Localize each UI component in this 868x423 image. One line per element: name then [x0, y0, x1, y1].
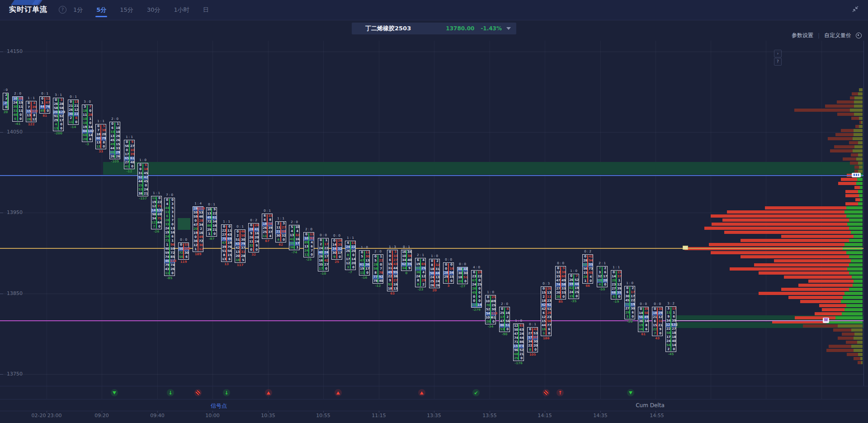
signal-marker-buy[interactable]: ↑	[557, 389, 564, 396]
price-axis-label: 14050	[7, 129, 23, 135]
footprint-candle[interactable]: 02510169702552305411910061280	[485, 295, 496, 324]
tab-1min[interactable]: 1分	[72, 0, 84, 19]
triangle-up-icon	[420, 391, 424, 394]
footprint-candle[interactable]: 04625051304379423713312028185	[235, 229, 245, 263]
footprint-candle[interactable]: 27250	[3, 93, 9, 110]
footprint-candle[interactable]: 0121674476490	[39, 96, 50, 114]
ask-volume: 44	[393, 266, 398, 271]
footprint-candle[interactable]: 03010627154331444995223892793161813	[387, 250, 398, 291]
footprint-candle[interactable]: 015143720123122739683560	[611, 270, 622, 299]
footprint-candle[interactable]: 106924153011311146060	[12, 96, 23, 122]
top-bar: 实时订单流 ? 1分 5分 15分 30分 1小时 日	[0, 0, 868, 20]
signal-point-label[interactable]: 信号点	[211, 402, 227, 410]
candle-header: 1 : 0	[431, 254, 438, 258]
footprint-candle[interactable]: 000162834291550	[443, 262, 454, 284]
ask-volume: 11	[227, 229, 232, 233]
footprint-candle[interactable]: 01923226702425260450000017414	[471, 270, 482, 308]
footprint-candle[interactable]: 055502067230566	[178, 242, 189, 260]
ask-volume: 0	[449, 263, 454, 267]
footprint-candle[interactable]: 0131092894136247110	[303, 232, 314, 257]
footprint-candle[interactable]: 0201513211182342924251629122315564477166…	[541, 286, 552, 336]
ask-volume: 12	[198, 247, 203, 252]
signal-marker-sell[interactable]: ↓	[167, 389, 174, 396]
footprint-candle[interactable]: 016103310132645264915443369292626	[109, 122, 120, 159]
footprint-candle[interactable]: 043275317673430222080	[527, 327, 538, 352]
help-icon[interactable]: ?	[59, 6, 66, 14]
tab-1hour[interactable]: 1小时	[173, 0, 190, 19]
footprint-candle[interactable]: 6419656325364241282982	[415, 258, 426, 287]
footprint-candle[interactable]: 3131119634391271322227581817182440541420	[665, 306, 676, 352]
ask-volume: 0	[505, 328, 510, 332]
signal-marker-buy[interactable]	[418, 389, 425, 396]
footprint-candle[interactable]: 61568185626392537114	[262, 214, 273, 239]
settings-button[interactable]: 参数设置	[792, 32, 813, 39]
footprint-candle[interactable]: 3718011281011001934841426014206	[82, 105, 93, 142]
footprint-candle[interactable]: 2311272168303240	[275, 221, 286, 242]
footprint-candle[interactable]: 03262858582031299152291740130	[53, 98, 64, 131]
signal-marker-sell[interactable]: ↓	[223, 389, 230, 396]
footprint-candle[interactable]: 072652594862192425150	[568, 274, 579, 299]
footprint-candle[interactable]: 41124222620801714122030	[345, 241, 356, 270]
signal-marker-buy[interactable]	[542, 389, 550, 396]
footprint-candle[interactable]: 03018292112631152122970	[652, 307, 663, 336]
footprint-candle[interactable]: 51044133241165517361	[289, 225, 300, 250]
footprint-candle[interactable]: 0573818206079138130	[95, 124, 106, 149]
footprint-candle[interactable]: 02814353432301790	[331, 238, 342, 260]
footprint-candle[interactable]: 095627010173965612748410	[124, 140, 135, 169]
profile-bar-sell	[843, 157, 856, 161]
collapse-arrows-icon[interactable]	[852, 5, 859, 13]
custom-volume-price-button[interactable]: 自定义量价	[824, 32, 851, 39]
profile-bar-sell	[837, 100, 854, 104]
instrument-selector[interactable]: 丁二烯橡胶2503 13780.00 -1.43%	[352, 23, 516, 34]
profile-bar-buy	[846, 206, 863, 209]
profile-bar-buy	[858, 153, 863, 157]
footprint-candle[interactable]: 039145656493634198166	[638, 307, 649, 332]
candle-direction-line	[73, 100, 74, 124]
footprint-candle[interactable]: 011530471361361917110	[359, 250, 370, 276]
footprint-candle[interactable]: 72363217582040	[597, 266, 608, 287]
ask-volume: 17	[603, 275, 608, 279]
footprint-candle[interactable]: 0121724224024261716423527170	[318, 238, 329, 271]
footprint-candle[interactable]: 00221127437569471939765156815136	[221, 224, 232, 262]
signal-marker-buy[interactable]	[194, 389, 202, 396]
footprint-candle[interactable]: 09123815604749745827332033200	[555, 266, 566, 299]
plot-right-border	[863, 41, 864, 386]
footprint-candle[interactable]: 2812859535946028473420219160493672123011…	[193, 206, 203, 252]
footprint-candle[interactable]: 02828419162620112432900	[248, 223, 259, 252]
footprint-candle[interactable]: 04251617247568651530	[499, 307, 510, 332]
footprint-candle[interactable]: 126350634724744471861597396526821250	[513, 323, 524, 361]
ask-volume: 51	[547, 307, 552, 311]
footprint-candle[interactable]: 11019221271142136986934751224470	[151, 196, 162, 229]
footprint-candle[interactable]: 0283218315044241325242626	[429, 259, 440, 288]
footprint-candle[interactable]: 1634103834406235349	[401, 250, 412, 271]
tab-30min[interactable]: 30分	[146, 0, 161, 19]
ask-volume: 7	[88, 105, 93, 109]
ask-volume: 13	[365, 259, 370, 263]
radio-circle-icon[interactable]	[856, 33, 862, 38]
footprint-candle[interactable]: 1091322496172348616292110	[206, 207, 217, 237]
candle-header: 2 : 1	[417, 253, 424, 257]
ask-volume: 78	[378, 271, 383, 275]
tab-day[interactable]: 日	[202, 0, 210, 19]
signal-marker-buy[interactable]	[265, 389, 272, 396]
footprint-candle[interactable]: 0601831455242444525053243821	[137, 163, 148, 196]
footprint-candle[interactable]: 04739151221382812	[26, 101, 37, 122]
candle-delta: 105	[527, 353, 538, 356]
footprint-candle[interactable]: 02617301745227219273029630	[624, 286, 635, 319]
footprint-candle[interactable]: 0152228056787877927840	[373, 254, 383, 284]
panel-collapse-button[interactable]: ›	[774, 50, 782, 57]
footprint-candle[interactable]: 884830301851200	[457, 267, 468, 284]
tab-5min[interactable]: 5分	[95, 0, 107, 19]
candle-header: 1 : 0	[626, 281, 633, 285]
signal-marker-sell[interactable]: ↓	[472, 389, 480, 396]
footprint-candle[interactable]: 01321212612302226110	[68, 100, 79, 125]
candle-header: 2 : 0	[374, 250, 382, 253]
panel-help-button[interactable]: ?	[774, 58, 782, 66]
profile-bar-sell	[838, 182, 856, 185]
signal-marker-sell[interactable]	[627, 389, 634, 396]
footprint-candle[interactable]: 0422894103355673154524410	[582, 254, 593, 284]
tab-15min[interactable]: 15分	[119, 0, 134, 19]
footprint-candle[interactable]: 0043445113612873302413191624673119690595…	[164, 198, 175, 276]
signal-marker-buy[interactable]	[335, 389, 342, 396]
signal-marker-sell[interactable]	[111, 389, 118, 396]
